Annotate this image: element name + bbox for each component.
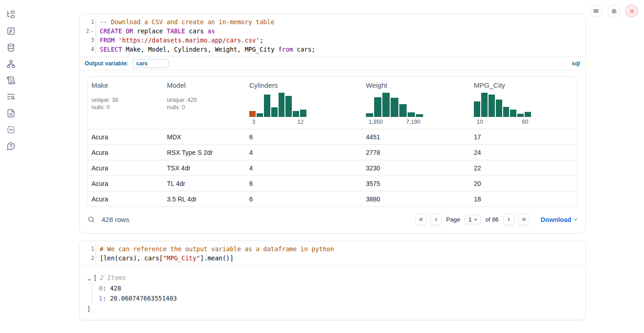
sql-cell: 1-- Download a CSV and create an in-memo… [79,14,586,233]
first-page-button[interactable] [415,214,427,225]
histogram-bar [496,100,502,117]
column-header-cylinders[interactable]: Cylinders312 [246,77,362,129]
output-variable-label: Output variable: [85,60,129,67]
table-row: AcuraTSX 4dr4323022 [88,160,577,175]
histogram-bar [264,95,270,117]
line-number: 1 [88,17,94,26]
code-line: 1# We can reference the output variable … [80,244,585,254]
column-header-model[interactable]: Modelunique: 425nulls: 0 [163,77,246,129]
histogram-bar [474,101,480,117]
page-select-value: 1 [468,216,472,223]
table-cell: 3230 [362,160,470,175]
text-search-icon[interactable] [6,92,16,101]
last-page-button[interactable] [518,214,530,225]
prev-page-button[interactable] [430,214,442,225]
histogram-bar [391,98,398,117]
table-cell: Acura [88,129,163,144]
database-icon[interactable] [6,43,16,52]
chevron-down-icon [473,217,478,222]
histogram-bar [503,107,510,117]
download-label: Download [541,216,571,223]
code-line: 4SELECT Make, Model, Cylinders, Weight, … [80,45,585,54]
entry-key: 0 [99,285,102,292]
line-number: 3 [88,36,94,45]
column-header-weight[interactable]: Weight1,8507,190 [362,77,470,129]
histogram-axis-labels: 1060 [474,119,531,125]
token-kw: FROM [100,37,115,44]
line-gutter: 4 [80,45,96,54]
token-plain: [len(cars), cars[ [100,254,163,262]
column-histogram: 1060 [474,93,531,125]
table-cell: 6 [246,176,362,191]
column-header-mpg_city[interactable]: MPG_City1060 [470,77,577,129]
sql-code-editor[interactable]: 1-- Download a CSV and create an in-memo… [80,14,585,57]
table-cell: 4451 [362,129,470,144]
entry-separator: : [102,285,110,292]
axis-min-label: 3 [252,119,255,125]
search-button[interactable] [87,216,95,224]
help-icon[interactable] [6,142,16,151]
snippets-icon[interactable] [6,125,16,134]
shutdown-button[interactable] [625,5,638,17]
token-plain: ].mean()] [200,254,233,262]
python-code-editor[interactable]: 1# We can reference the output variable … [80,241,585,265]
left-sidebar [0,0,22,333]
notebook-cells: 1-- Download a CSV and create an in-memo… [79,14,586,320]
table-cell: 20 [470,176,577,191]
tree-output: [ 2 Items 0: 4281: 20.060747663551403 ] [80,265,585,320]
code-line: 1-- Download a CSV and create an in-memo… [80,17,585,26]
code-text: SELECT Make, Model, Cylinders, Weight, M… [96,45,315,54]
histogram-bar [257,113,263,117]
table-row: AcuraTL 4dr6357520 [88,175,577,191]
fold-chevron-icon[interactable] [90,29,94,34]
stat-line: nulls: 0 [91,104,160,111]
code-text: FROM 'https://datasets.marimo.app/cars.c… [96,36,263,45]
tree-entries: 0: 4281: 20.060747663551403 [92,283,578,303]
function-square-icon[interactable] [6,26,16,36]
settings-button[interactable] [607,5,620,17]
python-cell: 1# We can reference the output variable … [79,241,586,320]
collapse-toggle[interactable] [87,275,92,280]
token-plain: cars [185,27,208,35]
chevron-down-icon [573,217,578,222]
table-cell: 4 [246,145,362,160]
page-count-label: of 86 [485,216,499,223]
column-header-make[interactable]: Makeunique: 38nulls: 0 [88,77,163,129]
histogram-bar [279,93,285,117]
column-name: Weight [366,81,467,89]
chevron-left-icon [433,217,439,222]
token-com: # We can reference the output variable a… [100,245,334,253]
column-name: Make [91,81,160,89]
table-cell: 18 [470,191,577,206]
download-button[interactable]: Download [541,216,578,223]
dependency-graph-icon[interactable] [6,59,16,69]
open-bracket: [ [93,273,97,282]
axis-min-label: 1,850 [369,119,383,125]
column-stats: unique: 425nulls: 0 [167,96,242,111]
token-kw: TABLE [166,27,185,35]
scroll-icon[interactable] [6,76,16,85]
next-page-button[interactable] [503,214,515,225]
close-icon [629,8,635,14]
column-histogram: 312 [249,93,306,125]
token-kw: from [278,46,293,53]
table-cell: 17 [470,129,577,144]
table-cell: Acura [88,191,163,206]
token-kw: as [208,27,215,35]
histogram-bars [474,93,531,117]
menu-button[interactable] [590,5,602,17]
language-badge[interactable]: sql [572,60,580,67]
page-label: Page [446,216,460,223]
page-select[interactable]: 1 [465,215,481,224]
tree-entry: 0: 428 [99,283,578,293]
token-plain [122,27,126,35]
close-bracket: ] [87,304,578,313]
document-icon[interactable] [6,109,16,118]
file-tree-icon[interactable] [6,10,16,19]
histogram-bar [525,112,531,117]
entry-value: 20.060747663551403 [110,295,177,302]
output-variable-input[interactable] [132,59,169,68]
table-cell: 6 [246,129,362,144]
table-body: AcuraMDX6445117AcuraRSX Type S 2dr427782… [88,129,577,206]
histogram-axis-labels: 1,8507,190 [366,119,423,125]
